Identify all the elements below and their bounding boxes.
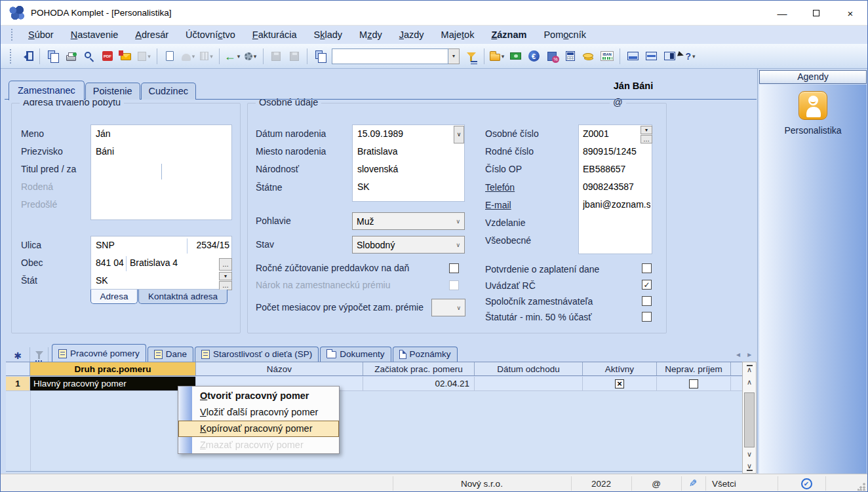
cislo-op-value[interactable]: EB588657 bbox=[583, 164, 625, 174]
menu-item-sklady[interactable]: Sklady bbox=[306, 26, 351, 44]
label-email-link[interactable]: E-mail bbox=[485, 200, 511, 210]
copy-button[interactable] bbox=[311, 47, 328, 66]
header-druh[interactable]: Druh prac.pomeru bbox=[30, 362, 196, 375]
menu-item-fakturacia[interactable]: Fakturácia bbox=[244, 26, 306, 44]
menu-item-subor[interactable]: Súbor bbox=[20, 26, 62, 44]
telefon-value[interactable]: 0908243587 bbox=[583, 181, 634, 192]
open-agenda-button[interactable]: ▾ bbox=[488, 47, 505, 66]
tab-dokumenty[interactable]: Dokumenty bbox=[320, 347, 391, 362]
payroll-coins-button[interactable] bbox=[580, 47, 597, 66]
tab-cudzinec[interactable]: Cudzinec bbox=[141, 83, 196, 100]
meno-value[interactable]: Ján bbox=[96, 128, 111, 139]
ulica-value[interactable]: SNP bbox=[96, 240, 115, 250]
menu-item-pomocnik[interactable]: Pomocník bbox=[535, 26, 595, 44]
table-scrollbar[interactable]: ∧ ∧ ∨ ∨ bbox=[742, 362, 757, 474]
scroll-last-button[interactable]: ∨ bbox=[743, 460, 756, 473]
euro-button[interactable]: € bbox=[525, 47, 542, 66]
header-nazov[interactable]: Názov bbox=[196, 362, 363, 375]
panel-center-button[interactable] bbox=[642, 47, 660, 66]
osobne-cislo-dropdown-button[interactable]: ▾ bbox=[641, 126, 652, 134]
cell-neprav[interactable] bbox=[657, 377, 731, 390]
tab-poistenie[interactable]: Poistenie bbox=[85, 83, 140, 100]
menu-item-adresar[interactable]: Adresár bbox=[127, 26, 177, 44]
osobne-cislo-value[interactable]: Z0001 bbox=[583, 128, 609, 139]
mesto-value[interactable]: Bratislava 4 bbox=[130, 257, 178, 268]
narodnost-value[interactable]: slovenská bbox=[357, 164, 398, 174]
tab-scroll-arrows[interactable]: ◂ ▸ bbox=[736, 350, 754, 359]
obec-more-button[interactable]: … bbox=[219, 258, 232, 271]
minimize-button[interactable]: — bbox=[765, 1, 799, 26]
panel-bottom-button[interactable] bbox=[624, 47, 641, 66]
exit-agenda-button[interactable] bbox=[18, 47, 35, 66]
tab-kontaktna-adresa[interactable]: Kontaktná adresa bbox=[138, 290, 227, 304]
personalistika-icon[interactable] bbox=[799, 91, 827, 120]
scroll-up-button[interactable]: ∧ bbox=[743, 375, 756, 388]
cash-button[interactable] bbox=[507, 47, 524, 66]
send-pdf-email-button[interactable] bbox=[117, 47, 134, 66]
miesto-narodenia-value[interactable]: Bratislava bbox=[357, 146, 397, 157]
copy-record-button[interactable] bbox=[44, 47, 61, 66]
menu-item-vlozit[interactable]: Vložiť ďalší pracovný pomer bbox=[178, 404, 339, 421]
scroll-down-button[interactable]: ∨ bbox=[743, 447, 756, 461]
cell-zaciatok[interactable]: 02.04.21 bbox=[363, 377, 475, 390]
tab-poznamky[interactable]: Poznámky bbox=[393, 347, 458, 362]
cell-druh-selected[interactable]: Hlavný pracovný pomer bbox=[30, 377, 196, 390]
menu-item-kopirovat-highlighted[interactable]: Kopírovať pracovný pomer bbox=[178, 421, 339, 437]
datum-dropdown-button[interactable]: ∨ bbox=[454, 126, 464, 143]
agendy-header[interactable]: Agendy bbox=[759, 70, 867, 84]
menu-item-zaznam[interactable]: Záznam bbox=[483, 26, 535, 44]
table-row[interactable]: 1 Hlavný pracovný pomer 02.04.21 × bbox=[6, 377, 742, 391]
menu-item-nastavenie[interactable]: Nastavenie bbox=[62, 26, 127, 44]
back-button[interactable]: ←▾ bbox=[224, 47, 241, 66]
settings-button[interactable]: ▾ bbox=[242, 47, 259, 66]
export-pdf-button[interactable]: PDF bbox=[99, 47, 116, 66]
tab-pracovne-pomery[interactable]: Pracovné pomery bbox=[52, 344, 146, 362]
menu-item-jazdy[interactable]: Jazdy bbox=[391, 26, 433, 44]
calculator-button[interactable] bbox=[562, 47, 579, 66]
help-button[interactable]: ?▾ bbox=[679, 47, 696, 66]
table-empty-area[interactable] bbox=[6, 391, 742, 472]
aktivny-checkbox-checked[interactable]: × bbox=[615, 379, 624, 388]
priezvisko-value[interactable]: Báni bbox=[96, 146, 114, 157]
header-zaciatok[interactable]: Začiatok prac. pomeru bbox=[363, 362, 475, 375]
header-odchod[interactable]: Dátum odchodu bbox=[475, 362, 583, 375]
menu-item-uctovnictvo[interactable]: Účtovníctvo bbox=[177, 26, 244, 44]
stat-more-button[interactable]: … bbox=[219, 281, 232, 290]
iban-button[interactable]: IBAN bbox=[599, 47, 616, 66]
potvrdenie-checkbox[interactable] bbox=[642, 263, 652, 273]
stav-select[interactable]: Slobodný ∨ bbox=[352, 236, 465, 254]
panel-right-button[interactable] bbox=[661, 47, 678, 66]
uvadzat-rc-checkbox[interactable]: ✓ bbox=[642, 280, 652, 290]
osobne-cislo-more-button[interactable]: … bbox=[641, 135, 652, 143]
search-dropdown-button[interactable]: ▾ bbox=[448, 48, 460, 64]
stat-dropdown-button[interactable]: ▾ bbox=[219, 272, 232, 280]
rodne-cislo-value[interactable]: 890915/1245 bbox=[583, 146, 637, 157]
psc-value[interactable]: 841 04 bbox=[96, 257, 124, 268]
rocne-zuctovanie-checkbox[interactable] bbox=[449, 263, 459, 273]
resize-grip[interactable] bbox=[858, 483, 865, 491]
maximize-button[interactable] bbox=[799, 1, 833, 26]
new-record-button[interactable] bbox=[161, 47, 178, 66]
spolocnik-checkbox[interactable] bbox=[642, 296, 652, 306]
header-aktivny[interactable]: Aktívny bbox=[583, 362, 657, 375]
cislo-domu-value[interactable]: 2534/15 bbox=[190, 240, 229, 250]
scroll-first-button[interactable]: ∧ bbox=[743, 362, 756, 375]
menu-item-mzdy[interactable]: Mzdy bbox=[351, 26, 391, 44]
statne-value[interactable]: SK bbox=[357, 181, 370, 192]
detail-filter-icon[interactable] bbox=[35, 351, 43, 356]
statutar-checkbox[interactable] bbox=[642, 312, 652, 322]
tab-adresa[interactable]: Adresa bbox=[90, 290, 138, 304]
print-preview-button[interactable] bbox=[81, 47, 98, 66]
pocet-mesiacov-select[interactable]: ∨ bbox=[431, 299, 465, 316]
email-value[interactable]: jbani@zoznam.sk bbox=[583, 199, 650, 210]
pohlavie-select[interactable]: Muž ∨ bbox=[352, 212, 465, 230]
datum-narodenia-value[interactable]: 15.09.1989 bbox=[357, 128, 403, 139]
cell-odchod[interactable] bbox=[475, 377, 583, 390]
menu-item-otvorit[interactable]: Otvoriť pracovný pomer bbox=[178, 388, 339, 404]
filter-button[interactable] bbox=[463, 47, 480, 66]
tax-calculator-button[interactable]: % bbox=[543, 47, 561, 66]
neprav-checkbox[interactable] bbox=[689, 379, 698, 388]
menu-item-majetok[interactable]: Majetok bbox=[433, 26, 483, 44]
tab-zamestnanec[interactable]: Zamestnanec bbox=[9, 81, 85, 100]
header-neprav[interactable]: Neprav. príjem bbox=[657, 362, 731, 375]
